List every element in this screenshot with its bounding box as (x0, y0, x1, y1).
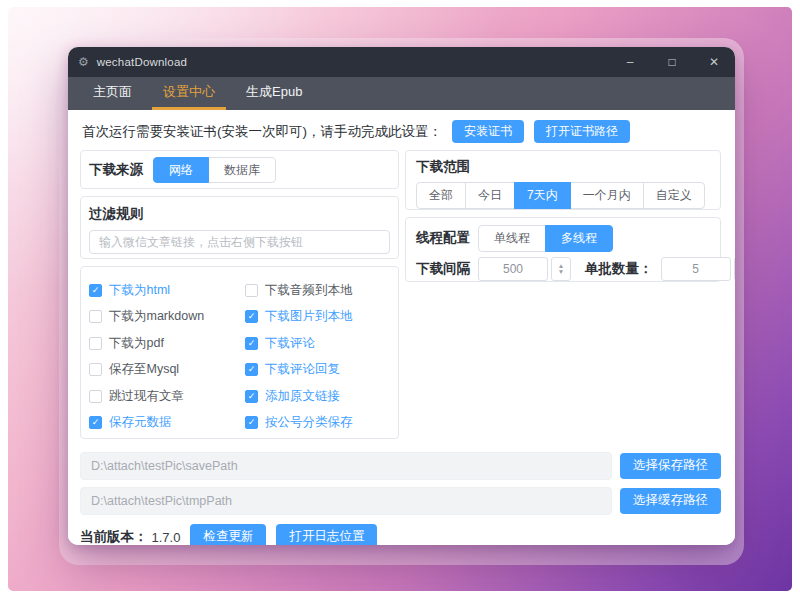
filter-rules-box: 过滤规则 (80, 196, 399, 259)
checkbox-save-metadata[interactable]: ✓ 保存元数据 (89, 414, 239, 431)
checkbox-checked-icon: ✓ (245, 337, 258, 350)
settings-content: 首次运行需要安装证书(安装一次即可)，请手动完成此设置： 安装证书 打开证书路径… (68, 110, 735, 545)
batch-size-input[interactable] (661, 257, 731, 281)
batch-size-stepper: ▲ ▼ (661, 257, 736, 281)
checkbox-box-icon (89, 337, 102, 350)
tmp-path-input[interactable] (80, 487, 612, 515)
minimize-button[interactable]: – (609, 47, 651, 77)
choose-save-path-button[interactable]: 选择保存路径 (620, 453, 721, 479)
certificate-row: 首次运行需要安装证书(安装一次即可)，请手动完成此设置： 安装证书 打开证书路径 (82, 120, 721, 143)
checkbox-skip-existing[interactable]: 跳过现有文章 (89, 388, 239, 405)
right-column: 下载范围 全部 今日 7天内 一个月内 自定义 线程配置 (405, 150, 721, 282)
save-path-input[interactable] (80, 452, 612, 480)
checkbox-label: 下载图片到本地 (265, 308, 353, 325)
checkbox-checked-icon: ✓ (89, 416, 102, 429)
source-option-network[interactable]: 网络 (153, 157, 209, 183)
tab-settings-center[interactable]: 设置中心 (152, 77, 226, 110)
current-version-value: 1.7.0 (152, 530, 181, 545)
tab-main-page[interactable]: 主页面 (82, 77, 143, 110)
checkbox-label: 保存至Mysql (109, 361, 179, 378)
download-interval-stepper: ▲ ▼ (478, 257, 571, 281)
save-path-row: 选择保存路径 (80, 452, 721, 480)
source-option-database[interactable]: 数据库 (208, 157, 276, 183)
checkbox-save-by-account[interactable]: ✓ 按公号分类保存 (245, 414, 390, 431)
checkbox-box-icon (89, 310, 102, 323)
checkbox-box-icon (89, 390, 102, 403)
download-source-box: 下载来源 网络 数据库 (80, 150, 399, 189)
checkbox-label: 添加原文链接 (265, 388, 340, 405)
checkbox-download-images[interactable]: ✓ 下载图片到本地 (245, 308, 390, 325)
thread-mode-row: 线程配置 单线程 多线程 (416, 225, 710, 251)
stepper-down-icon[interactable]: ▼ (558, 269, 564, 275)
maximize-button[interactable]: □ (651, 47, 693, 77)
current-version-label: 当前版本： (80, 528, 148, 545)
thread-option-single[interactable]: 单线程 (478, 225, 546, 251)
settings-columns: 下载来源 网络 数据库 过滤规则 ✓ 下载为html (80, 150, 721, 439)
checkbox-download-audio[interactable]: 下载音频到本地 (245, 282, 390, 299)
checkbox-label: 跳过现有文章 (109, 388, 184, 405)
thread-config-box: 线程配置 单线程 多线程 下载间隔 ▲ (405, 217, 721, 282)
download-range-box: 下载范围 全部 今日 7天内 一个月内 自定义 (405, 150, 721, 210)
download-range-title: 下载范围 (416, 158, 710, 176)
download-interval-label: 下载间隔 (416, 260, 470, 278)
range-option-7days[interactable]: 7天内 (514, 182, 571, 208)
checkbox-label: 按公号分类保存 (265, 414, 353, 431)
checkbox-box-icon (245, 284, 258, 297)
checkbox-download-markdown[interactable]: 下载为markdown (89, 308, 239, 325)
checkbox-download-comments[interactable]: ✓ 下载评论 (245, 335, 390, 352)
tab-generate-epub[interactable]: 生成Epub (235, 77, 313, 110)
open-cert-path-button[interactable]: 打开证书路径 (534, 120, 630, 143)
window-controls: – □ ✕ (609, 47, 735, 77)
checkbox-download-comment-replies[interactable]: ✓ 下载评论回复 (245, 361, 390, 378)
checkbox-label: 下载音频到本地 (265, 282, 353, 299)
checkbox-save-mysql[interactable]: 保存至Mysql (89, 361, 239, 378)
range-option-custom[interactable]: 自定义 (643, 182, 705, 208)
checkbox-add-source-link[interactable]: ✓ 添加原文链接 (245, 388, 390, 405)
choose-tmp-path-button[interactable]: 选择缓存路径 (620, 488, 721, 514)
checkbox-label: 下载为html (109, 282, 170, 299)
download-range-toggle: 全部 今日 7天内 一个月内 自定义 (416, 182, 705, 208)
checkbox-label: 下载评论 (265, 335, 315, 352)
stepper-arrows[interactable]: ▲ ▼ (734, 257, 736, 281)
thread-config-label: 线程配置 (416, 229, 470, 247)
range-option-1month[interactable]: 一个月内 (570, 182, 644, 208)
left-column: 下载来源 网络 数据库 过滤规则 ✓ 下载为html (80, 150, 399, 439)
filter-rules-title: 过滤规则 (89, 205, 390, 223)
close-button[interactable]: ✕ (693, 47, 735, 77)
checkbox-label: 下载评论回复 (265, 361, 340, 378)
app-icon: ⚙ (78, 56, 89, 68)
checkbox-box-icon (89, 363, 102, 376)
path-settings: 选择保存路径 选择缓存路径 (80, 452, 721, 515)
checkbox-checked-icon: ✓ (245, 416, 258, 429)
range-option-all[interactable]: 全部 (416, 182, 466, 208)
thread-mode-toggle: 单线程 多线程 (478, 225, 613, 251)
check-update-button[interactable]: 检查更新 (190, 524, 266, 545)
download-source-label: 下载来源 (89, 161, 143, 179)
download-interval-input[interactable] (478, 257, 548, 281)
article-link-input[interactable] (89, 230, 390, 254)
checkbox-checked-icon: ✓ (245, 390, 258, 403)
checkbox-label: 保存元数据 (109, 414, 172, 431)
thread-numbers-row: 下载间隔 ▲ ▼ 单批数量： (416, 257, 710, 281)
checkbox-download-html[interactable]: ✓ 下载为html (89, 282, 239, 299)
checkbox-label: 下载为pdf (109, 335, 164, 352)
stepper-arrows[interactable]: ▲ ▼ (551, 257, 571, 281)
app-window: ⚙ wechatDownload – □ ✕ 主页面 设置中心 生成Epub 首… (68, 47, 735, 545)
open-log-button[interactable]: 打开日志位置 (276, 524, 377, 545)
range-option-today[interactable]: 今日 (465, 182, 515, 208)
checkbox-checked-icon: ✓ (245, 363, 258, 376)
version-row: 当前版本： 1.7.0 检查更新 打开日志位置 (80, 524, 721, 545)
titlebar: ⚙ wechatDownload – □ ✕ (68, 47, 735, 77)
install-cert-button[interactable]: 安装证书 (452, 120, 524, 143)
checkbox-download-pdf[interactable]: 下载为pdf (89, 335, 239, 352)
tab-bar: 主页面 设置中心 生成Epub (68, 77, 735, 110)
tmp-path-row: 选择缓存路径 (80, 487, 721, 515)
download-options-box: ✓ 下载为html 下载音频到本地 下载为markdown ✓ (80, 266, 399, 439)
checkbox-label: 下载为markdown (109, 308, 204, 325)
thread-option-multi[interactable]: 多线程 (545, 225, 613, 251)
certificate-hint-text: 首次运行需要安装证书(安装一次即可)，请手动完成此设置： (82, 123, 442, 141)
wallpaper: ⚙ wechatDownload – □ ✕ 主页面 设置中心 生成Epub 首… (8, 7, 792, 591)
download-source-toggle: 网络 数据库 (153, 157, 276, 183)
batch-size-label: 单批数量： (585, 260, 653, 278)
checkbox-checked-icon: ✓ (245, 310, 258, 323)
